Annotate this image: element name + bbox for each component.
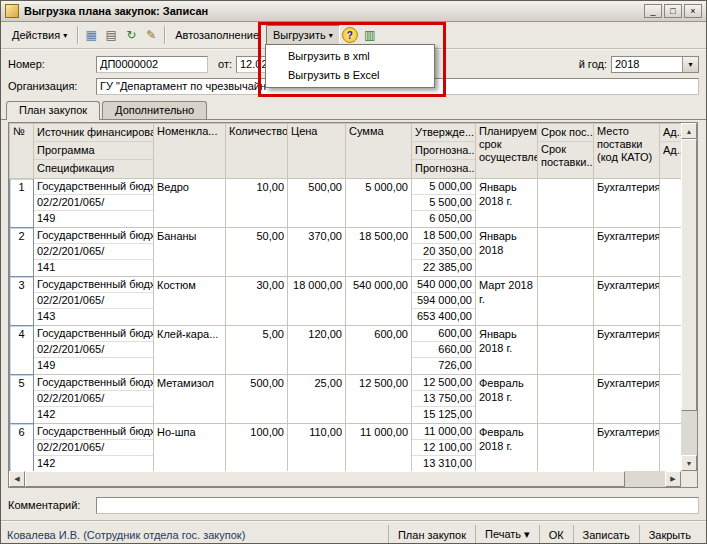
cell-approved[interactable]: 5 000,005 500,006 050,00 [412, 179, 476, 228]
description-icon[interactable]: ▥ [360, 25, 380, 45]
cell-period[interactable]: Февраль 2018 г. [476, 375, 538, 424]
cell-sum[interactable]: 600,00 [346, 326, 412, 375]
cell-place[interactable]: Бухгалтерия [594, 326, 660, 375]
maximize-button[interactable]: □ [664, 4, 682, 18]
cell-delivery-term[interactable] [538, 424, 594, 472]
table-row[interactable]: 4Государственный бюдж...02/2/201/065/149… [10, 326, 682, 375]
cell-approved[interactable]: 18 500,0020 350,0022 385,00 [412, 228, 476, 277]
number-input[interactable] [96, 56, 208, 73]
table-row[interactable]: 6Государственный бюдж...02/2/201/065/142… [10, 424, 682, 472]
cell-approved[interactable]: 540 000,00594 000,00653 400,00 [412, 277, 476, 326]
cell-price[interactable]: 18 000,00 [288, 277, 346, 326]
cell-price[interactable]: 110,00 [288, 424, 346, 472]
row-number-cell[interactable]: 5 [10, 375, 34, 424]
cell-place[interactable]: Бухгалтерия [594, 375, 660, 424]
row-number-cell[interactable]: 3 [10, 277, 34, 326]
cell-delivery-term[interactable] [538, 326, 594, 375]
scroll-down-icon[interactable]: ▼ [681, 455, 697, 471]
scroll-up-icon[interactable]: ▲ [681, 123, 697, 139]
actions-button[interactable]: Действия ▾ [5, 25, 74, 45]
cell-quantity[interactable]: 100,00 [226, 424, 288, 472]
cell-price[interactable]: 25,00 [288, 375, 346, 424]
ok-button[interactable]: ОК [539, 525, 573, 544]
vertical-scroll-thumb[interactable] [681, 139, 697, 411]
table-row[interactable]: 2Государственный бюдж...02/2/201/065/141… [10, 228, 682, 277]
cell-place[interactable]: Бухгалтерия [594, 277, 660, 326]
cell-period[interactable]: Февраль 2018 г. [476, 424, 538, 472]
save-button[interactable]: Записать [573, 525, 639, 544]
cell-period[interactable]: Январь 2018 г. [476, 179, 538, 228]
row-number-cell[interactable]: 1 [10, 179, 34, 228]
tab-additional[interactable]: Дополнительно [102, 101, 207, 119]
chevron-down-icon[interactable]: ▾ [682, 57, 698, 72]
cell-quantity[interactable]: 500,00 [226, 375, 288, 424]
cell-period[interactable]: Март 2018 г. [476, 277, 538, 326]
cell-address[interactable] [660, 179, 682, 228]
help-icon[interactable]: ? [342, 27, 358, 43]
cell-price[interactable]: 120,00 [288, 326, 346, 375]
cell-nomenclature[interactable]: Метамизол [154, 375, 226, 424]
cell-place[interactable]: Бухгалтерия [594, 424, 660, 472]
cell-address[interactable] [660, 228, 682, 277]
tab-plan[interactable]: План закупок [6, 101, 100, 120]
cell-sum[interactable]: 5 000,00 [346, 179, 412, 228]
cell-price[interactable]: 370,00 [288, 228, 346, 277]
cell-quantity[interactable]: 30,00 [226, 277, 288, 326]
cell-address[interactable] [660, 424, 682, 472]
comment-input[interactable] [96, 497, 699, 514]
cell-approved[interactable]: 11 000,0012 100,0013 310,00 [412, 424, 476, 472]
cell-period[interactable]: Январь 2018 г. [476, 326, 538, 375]
structure-icon[interactable]: ▤ [101, 25, 121, 45]
save-icon[interactable]: ▦ [81, 25, 101, 45]
cell-source[interactable]: Государственный бюдж...02/2/201/065/149 [34, 326, 154, 375]
row-number-cell[interactable]: 4 [10, 326, 34, 375]
scroll-left-icon[interactable]: ◀ [9, 471, 25, 487]
horizontal-scroll-thumb[interactable] [25, 471, 625, 487]
cell-sum[interactable]: 540 000,00 [346, 277, 412, 326]
cell-source[interactable]: Государственный бюдж...02/2/201/065/142 [34, 424, 154, 472]
table-row[interactable]: 3Государственный бюдж...02/2/201/065/143… [10, 277, 682, 326]
year-select[interactable]: 2018 ▾ [611, 56, 699, 73]
print-button[interactable]: Печать ▾ [475, 525, 539, 544]
cell-source[interactable]: Государственный бюдж...02/2/201/065/142 [34, 375, 154, 424]
close-button[interactable]: × [684, 4, 702, 18]
cell-source[interactable]: Государственный бюдж...02/2/201/065/149 [34, 179, 154, 228]
cell-delivery-term[interactable] [538, 228, 594, 277]
refresh-icon[interactable]: ↻ [121, 25, 141, 45]
autofill-button[interactable]: Автозаполнение [168, 25, 266, 45]
cell-delivery-term[interactable] [538, 277, 594, 326]
cell-nomenclature[interactable]: Костюм [154, 277, 226, 326]
cell-nomenclature[interactable]: Ведро [154, 179, 226, 228]
horizontal-scrollbar[interactable]: ◀ ▶ [9, 471, 681, 487]
cell-delivery-term[interactable] [538, 375, 594, 424]
cell-sum[interactable]: 11 000,00 [346, 424, 412, 472]
cell-nomenclature[interactable]: Но-шпа [154, 424, 226, 472]
menu-item-export-xml[interactable]: Выгрузить в xml [266, 47, 434, 66]
cell-place[interactable]: Бухгалтерия [594, 228, 660, 277]
cell-address[interactable] [660, 375, 682, 424]
table-row[interactable]: 1Государственный бюдж...02/2/201/065/149… [10, 179, 682, 228]
cell-quantity[interactable]: 10,00 [226, 179, 288, 228]
row-number-cell[interactable]: 2 [10, 228, 34, 277]
cell-quantity[interactable]: 5,00 [226, 326, 288, 375]
scroll-right-icon[interactable]: ▶ [665, 471, 681, 487]
cell-approved[interactable]: 12 500,0013 750,0015 125,00 [412, 375, 476, 424]
cell-address[interactable] [660, 326, 682, 375]
edit-icon[interactable]: ✎ [141, 25, 161, 45]
cell-quantity[interactable]: 50,00 [226, 228, 288, 277]
table-row[interactable]: 5Государственный бюдж...02/2/201/065/142… [10, 375, 682, 424]
cell-period[interactable]: Январь 2018 [476, 228, 538, 277]
cell-price[interactable]: 500,00 [288, 179, 346, 228]
cell-sum[interactable]: 12 500,00 [346, 375, 412, 424]
cell-place[interactable]: Бухгалтерия [594, 179, 660, 228]
cell-nomenclature[interactable]: Клей-кара... [154, 326, 226, 375]
cell-address[interactable] [660, 277, 682, 326]
plan-button[interactable]: План закупок [388, 525, 475, 544]
export-button[interactable]: Выгрузить ▾ [266, 25, 340, 45]
row-number-cell[interactable]: 6 [10, 424, 34, 472]
cell-delivery-term[interactable] [538, 179, 594, 228]
menu-item-export-excel[interactable]: Выгрузить в Excel [266, 66, 434, 85]
close-form-button[interactable]: Закрыть [639, 525, 700, 544]
cell-approved[interactable]: 600,00660,00726,00 [412, 326, 476, 375]
vertical-scrollbar[interactable]: ▲ ▼ [681, 123, 697, 471]
